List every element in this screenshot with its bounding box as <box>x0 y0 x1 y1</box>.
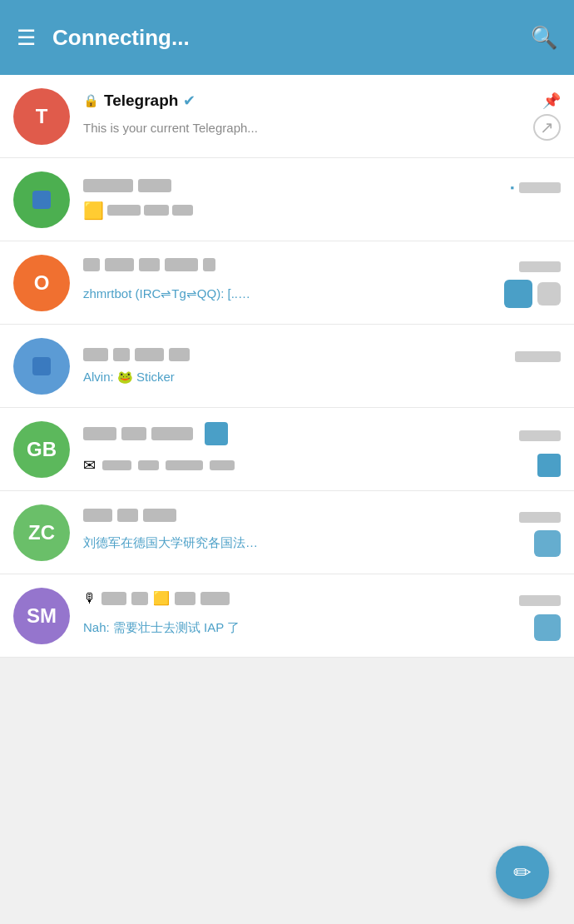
pin-icon: 📌 <box>542 92 561 110</box>
unread-badge <box>537 454 561 477</box>
avatar: ZC <box>13 504 70 561</box>
chat-header-row <box>83 348 561 365</box>
chat-name-redacted <box>83 348 190 361</box>
chat-content: Alvin: 🐸 Sticker <box>83 348 561 385</box>
chat-name-redacted <box>83 509 176 522</box>
redacted-bar <box>83 427 116 440</box>
redacted-bar <box>143 509 176 522</box>
avatar: O <box>13 255 70 311</box>
read-badge <box>537 282 561 306</box>
time-bar <box>519 430 561 441</box>
chat-list: T 🔒 Telegraph ✔ 📌 This is your current T… <box>0 75 574 658</box>
list-item[interactable]: GB ✉ <box>0 408 574 491</box>
redacted-bar <box>172 205 193 216</box>
redacted-bar <box>83 258 100 271</box>
chat-preview-row: ✉ <box>83 454 561 477</box>
avatar: GB <box>13 421 70 478</box>
redacted-bar <box>107 205 141 216</box>
chat-meta-row: Nah: 需要壮士去测试 IAP 了 <box>83 614 561 641</box>
forward-icon: ↗ <box>533 114 561 141</box>
time-bar <box>519 261 561 272</box>
chat-preview-row: 🟨 <box>83 201 561 221</box>
chat-meta-row: This is your current Telegraph... ↗ <box>83 114 561 141</box>
time-bar <box>519 512 561 523</box>
redacted-bar <box>203 258 215 271</box>
chat-header-row <box>83 509 561 526</box>
chat-content: 🎙 🟨 Nah: 需要壮士去测试 IAP 了 <box>83 590 561 641</box>
lock-icon: 🔒 <box>83 93 99 108</box>
redacted-bar <box>113 348 130 361</box>
chat-preview: Alvin: 🐸 Sticker <box>83 370 175 384</box>
redacted-bar <box>101 592 126 605</box>
redacted-bar <box>131 592 148 605</box>
list-item[interactable]: SM 🎙 🟨 Nah: 需要壮士去测试 IAP 了 <box>0 574 574 658</box>
header-title: Connecting... <box>52 25 190 51</box>
avatar: T <box>13 88 70 145</box>
chat-content: 🔒 Telegraph ✔ 📌 This is your current Tel… <box>83 92 561 141</box>
redacted-bar <box>175 592 195 605</box>
avatar-square-icon <box>32 357 51 375</box>
time-bar <box>519 182 561 193</box>
redacted-bar <box>121 427 146 440</box>
avatar <box>13 338 70 395</box>
list-item[interactable]: O zhmrtbot (IRC⇌Tg⇌QQ): [..… <box>0 241 574 325</box>
chat-name-redacted: 🎙 🟨 <box>83 590 230 606</box>
redacted-bar <box>135 348 164 361</box>
avatar-square-icon <box>32 191 51 209</box>
chat-header-row <box>83 258 561 276</box>
redacted-bar <box>210 460 235 470</box>
envelope-icon: ✉ <box>83 456 96 474</box>
chat-name-redacted <box>83 422 228 445</box>
chat-meta-row: 刘德军在德国大学研究各国法… <box>83 530 561 557</box>
chat-name-redacted <box>83 179 171 192</box>
chat-content: zhmrtbot (IRC⇌Tg⇌QQ): [..… <box>83 258 561 308</box>
redacted-bar <box>144 205 169 216</box>
app-header: ☰ Connecting... 🔍 <box>0 0 574 75</box>
chat-content: ✉ <box>83 422 561 477</box>
header-left: ☰ Connecting... <box>17 25 190 51</box>
list-item[interactable]: T 🔒 Telegraph ✔ 📌 This is your current T… <box>0 75 574 158</box>
redacted-bar <box>83 179 133 192</box>
redacted-bar <box>200 592 230 605</box>
avatar <box>13 171 70 228</box>
sticker-icon: 🟨 <box>83 201 104 221</box>
redacted-bar <box>117 509 138 522</box>
unread-dot: ▪ <box>510 181 514 194</box>
time-bar <box>515 351 561 362</box>
chat-preview: Nah: 需要壮士去测试 IAP 了 <box>83 620 240 636</box>
redacted-bar <box>83 509 112 522</box>
redacted-bar <box>102 460 131 470</box>
chat-name-redacted <box>83 258 215 271</box>
list-item[interactable]: ▪ 🟨 <box>0 158 574 241</box>
chat-header-row: ▪ <box>83 179 561 196</box>
redacted-bar <box>83 348 108 361</box>
verified-badge: ✔ <box>183 92 195 110</box>
compose-fab[interactable]: ✏ <box>496 846 549 899</box>
chat-preview-row: Alvin: 🐸 Sticker <box>83 370 561 385</box>
redacted-bar <box>138 179 171 192</box>
chat-header-row <box>83 422 561 450</box>
redacted-bar <box>166 460 203 470</box>
redacted-bar <box>105 258 134 271</box>
chat-preview: This is your current Telegraph... <box>83 121 258 135</box>
search-icon[interactable]: 🔍 <box>531 25 557 51</box>
list-item[interactable]: ZC 刘德军在德国大学研究各国法… <box>0 491 574 574</box>
time-bar <box>519 595 561 606</box>
redacted-bar <box>165 258 198 271</box>
menu-icon[interactable]: ☰ <box>17 25 36 51</box>
chat-content: 刘德军在德国大学研究各国法… <box>83 509 561 557</box>
chat-header-row: 🎙 🟨 <box>83 590 561 610</box>
chat-meta-row: zhmrtbot (IRC⇌Tg⇌QQ): [..… <box>83 280 561 308</box>
unread-badge <box>534 614 561 641</box>
redacted-bar <box>151 427 193 440</box>
chat-name: 🔒 Telegraph ✔ <box>83 92 195 110</box>
chat-header-row: 🔒 Telegraph ✔ 📌 <box>83 92 561 110</box>
redacted-bar <box>138 460 159 470</box>
compose-icon: ✏ <box>513 860 532 886</box>
mic-icon: 🎙 <box>83 591 96 606</box>
chat-preview: zhmrtbot (IRC⇌Tg⇌QQ): [..… <box>83 286 250 301</box>
list-item[interactable]: Alvin: 🐸 Sticker <box>0 325 574 408</box>
flag-icon: 🟨 <box>153 590 170 606</box>
unread-square <box>205 422 228 445</box>
redacted-bar <box>139 258 160 271</box>
